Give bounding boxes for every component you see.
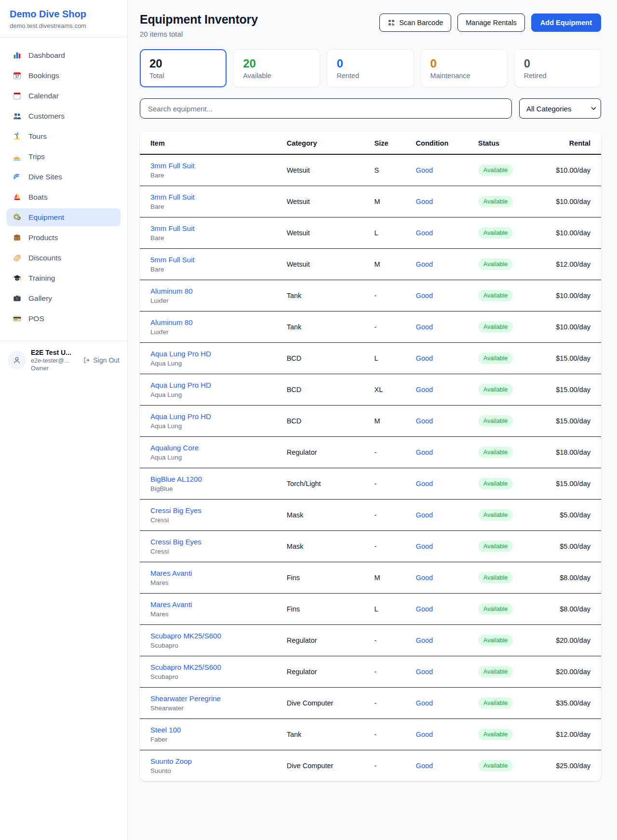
sidebar-item-training[interactable]: Training (7, 269, 121, 287)
wave-icon (13, 172, 22, 181)
item-name-link[interactable]: Aqua Lung Pro HD (150, 350, 211, 358)
sidebar-item-tours[interactable]: Tours (7, 127, 121, 145)
item-condition-link[interactable]: Good (416, 542, 433, 550)
item-brand: Aqua Lung (150, 391, 279, 398)
item-rental-rate: $10.00/day (541, 312, 601, 343)
item-category: Mask (283, 500, 371, 531)
table-row: Cressi Big EyesCressiMask-GoodAvailable$… (140, 500, 601, 531)
sidebar-item-label: Training (28, 274, 55, 283)
status-badge: Available (478, 697, 513, 709)
item-condition-link[interactable]: Good (416, 166, 433, 174)
status-badge: Available (478, 164, 513, 176)
sidebar-item-discounts[interactable]: Discounts (7, 249, 121, 267)
item-condition-link[interactable]: Good (416, 480, 433, 488)
item-condition-link[interactable]: Good (416, 511, 433, 519)
speedboat-icon (13, 152, 22, 161)
item-condition-link[interactable]: Good (416, 260, 433, 268)
table-row: Aqua Lung Pro HDAqua LungBCDMGoodAvailab… (140, 406, 601, 437)
table-row: Scubapro MK25/S600ScubaproRegulator-Good… (140, 656, 601, 688)
stat-card-retired[interactable]: 0Retired (514, 49, 601, 87)
stat-card-maintenance[interactable]: 0Maintenance (421, 49, 508, 87)
brand-title[interactable]: Demo Dive Shop (10, 9, 118, 20)
manage-rentals-button[interactable]: Manage Rentals (457, 14, 525, 32)
main-content: Equipment Inventory 20 items total Scan … (128, 0, 617, 840)
item-name-link[interactable]: Scubapro MK25/S600 (150, 663, 221, 671)
item-condition-link[interactable]: Good (416, 354, 433, 362)
item-name-link[interactable]: Aqua Lung Pro HD (150, 412, 211, 420)
sidebar-item-dive-sites[interactable]: Dive Sites (7, 168, 121, 186)
sidebar-item-equipment[interactable]: Equipment (7, 208, 121, 226)
item-condition-link[interactable]: Good (416, 699, 433, 707)
item-condition-link[interactable]: Good (416, 323, 433, 331)
page-title: Equipment Inventory (140, 13, 258, 27)
item-size: - (370, 688, 412, 719)
item-condition-link[interactable]: Good (416, 668, 433, 676)
sidebar-item-products[interactable]: Products (7, 229, 121, 246)
category-filter-select[interactable]: All Categories (519, 98, 601, 119)
item-category: Tank (283, 280, 371, 312)
item-category: Fins (283, 562, 371, 594)
item-name-link[interactable]: Scubapro MK25/S600 (150, 632, 221, 640)
item-name-link[interactable]: Suunto Zoop (150, 757, 192, 765)
item-condition-link[interactable]: Good (416, 605, 433, 613)
item-rental-rate: $15.00/day (541, 374, 601, 406)
item-name-link[interactable]: BigBlue AL1200 (150, 475, 202, 483)
item-condition-link[interactable]: Good (416, 198, 433, 205)
sidebar-item-boats[interactable]: Boats (7, 188, 121, 206)
search-input[interactable] (140, 98, 512, 119)
sign-out-button[interactable]: Sign Out (83, 356, 120, 364)
item-condition-link[interactable]: Good (416, 386, 433, 393)
table-row: 5mm Full SuitBareWetsuitMGoodAvailable$1… (140, 249, 601, 280)
item-name-link[interactable]: Cressi Big Eyes (150, 538, 201, 546)
item-name-link[interactable]: Steel 100 (150, 726, 181, 734)
item-brand: Luxfer (150, 297, 279, 304)
stat-value: 20 (243, 57, 310, 70)
manage-rentals-label: Manage Rentals (466, 19, 517, 27)
bookings-calendar-icon: 17 (13, 71, 22, 80)
column-header-size: Size (370, 132, 412, 154)
stat-label: Retired (524, 72, 591, 80)
sidebar-item-dashboard[interactable]: Dashboard (7, 46, 121, 64)
stat-card-total[interactable]: 20Total (140, 49, 227, 87)
item-condition-link[interactable]: Good (416, 574, 433, 582)
item-condition-link[interactable]: Good (416, 292, 433, 299)
item-name-link[interactable]: Shearwater Peregrine (150, 694, 221, 703)
sidebar-item-customers[interactable]: Customers (7, 107, 121, 125)
sidebar-item-label: Products (28, 233, 58, 242)
status-badge: Available (478, 541, 513, 552)
user-email: e2e-tester@... (31, 357, 78, 364)
item-name-link[interactable]: Mares Avanti (150, 600, 192, 609)
scan-barcode-button[interactable]: Scan Barcode (379, 14, 451, 32)
item-name-link[interactable]: 3mm Full Suit (150, 162, 195, 170)
item-condition-link[interactable]: Good (416, 731, 433, 738)
sidebar-item-calendar[interactable]: Calendar (7, 87, 121, 105)
item-condition-link[interactable]: Good (416, 417, 433, 425)
sidebar-item-bookings[interactable]: 17Bookings (7, 67, 121, 84)
items-total-subtitle: 20 items total (140, 30, 258, 38)
item-name-link[interactable]: Aqualung Core (150, 444, 199, 452)
item-rental-rate: $15.00/day (541, 343, 601, 374)
item-name-link[interactable]: 3mm Full Suit (150, 193, 195, 201)
stat-card-rented[interactable]: 0Rented (327, 49, 414, 87)
item-name-link[interactable]: Mares Avanti (150, 569, 192, 577)
item-name-link[interactable]: Aqua Lung Pro HD (150, 381, 211, 389)
item-name-link[interactable]: 3mm Full Suit (150, 224, 195, 232)
table-row: Aluminum 80LuxferTank-GoodAvailable$10.0… (140, 312, 601, 343)
stat-card-available[interactable]: 20Available (233, 49, 320, 87)
item-condition-link[interactable]: Good (416, 448, 433, 456)
sidebar-item-trips[interactable]: Trips (7, 148, 121, 165)
add-equipment-button[interactable]: Add Equipment (531, 14, 601, 32)
sidebar-item-gallery[interactable]: Gallery (7, 289, 121, 307)
item-rental-rate: $5.00/day (541, 500, 601, 531)
sidebar-item-label: POS (28, 314, 44, 323)
item-name-link[interactable]: Aluminum 80 (150, 287, 193, 295)
item-condition-link[interactable]: Good (416, 637, 433, 644)
sidebar-item-pos[interactable]: POS (7, 310, 121, 327)
item-name-link[interactable]: Aluminum 80 (150, 318, 193, 326)
sidebar-nav: Dashboard17BookingsCalendarCustomersTour… (0, 38, 127, 337)
status-badge: Available (478, 227, 513, 239)
item-name-link[interactable]: Cressi Big Eyes (150, 506, 201, 515)
item-condition-link[interactable]: Good (416, 229, 433, 237)
item-condition-link[interactable]: Good (416, 762, 433, 770)
item-name-link[interactable]: 5mm Full Suit (150, 256, 195, 264)
